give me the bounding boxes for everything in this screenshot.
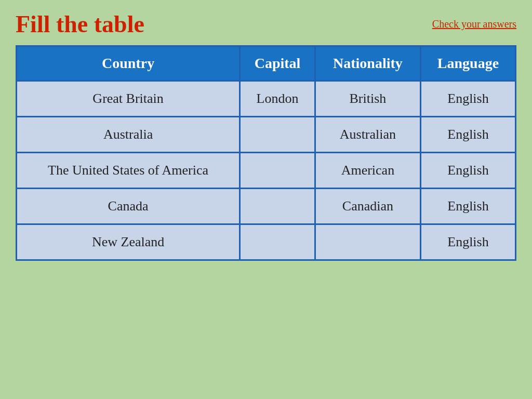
cell-nationality: British (315, 81, 420, 117)
table-container: Country Capital Nationality Language Gre… (16, 45, 516, 261)
cell-capital: London (240, 81, 315, 117)
cell-nationality: Canadian (315, 189, 420, 224)
cell-nationality: Australian (315, 117, 420, 153)
table-row: CanadaCanadianEnglish (17, 189, 516, 224)
col-capital: Capital (240, 46, 315, 81)
table-header-row: Country Capital Nationality Language (17, 46, 516, 81)
cell-country: Australia (17, 117, 240, 153)
cell-country: The United States of America (17, 153, 240, 189)
cell-capital (240, 189, 315, 224)
table-row: New ZealandEnglish (17, 224, 516, 260)
cell-capital (240, 224, 315, 260)
cell-country: Canada (17, 189, 240, 224)
cell-country: Great Britain (17, 81, 240, 117)
table-row: The United States of AmericaAmericanEngl… (17, 153, 516, 189)
page-title: Fill the table (16, 10, 144, 38)
cell-language: English (420, 153, 515, 189)
cell-language: English (420, 81, 515, 117)
table-row: Great BritainLondonBritishEnglish (17, 81, 516, 117)
col-language: Language (420, 46, 515, 81)
cell-capital (240, 153, 315, 189)
header: Fill the table Check your answers (16, 10, 516, 38)
table-row: AustraliaAustralianEnglish (17, 117, 516, 153)
cell-nationality (315, 224, 420, 260)
fill-table: Country Capital Nationality Language Gre… (16, 45, 516, 261)
cell-capital (240, 117, 315, 153)
cell-language: English (420, 189, 515, 224)
cell-language: English (420, 117, 515, 153)
cell-nationality: American (315, 153, 420, 189)
cell-language: English (420, 224, 515, 260)
check-answers-link[interactable]: Check your answers (432, 18, 516, 30)
col-nationality: Nationality (315, 46, 420, 81)
cell-country: New Zealand (17, 224, 240, 260)
col-country: Country (17, 46, 240, 81)
